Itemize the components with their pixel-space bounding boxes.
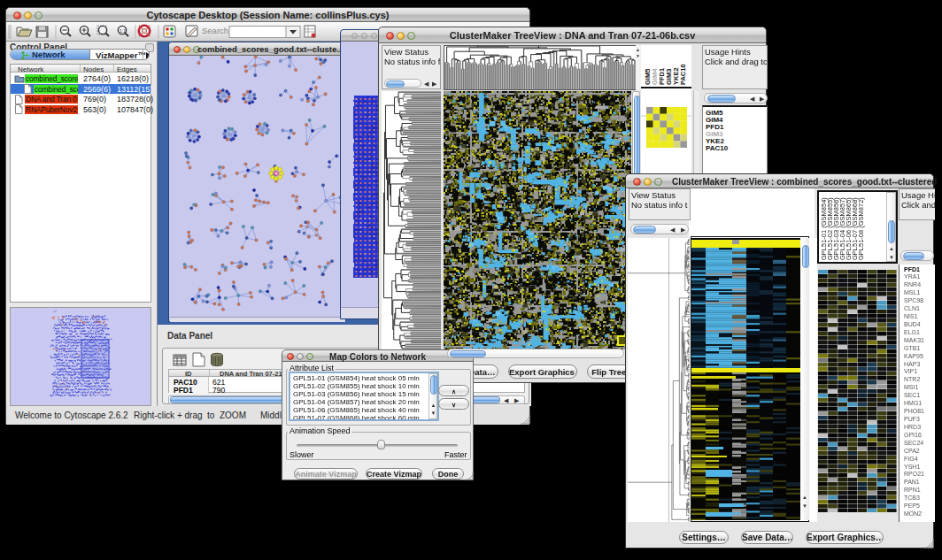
svg-text:Search:: Search: bbox=[202, 26, 231, 35]
svg-text:1:1: 1:1 bbox=[120, 28, 126, 34]
